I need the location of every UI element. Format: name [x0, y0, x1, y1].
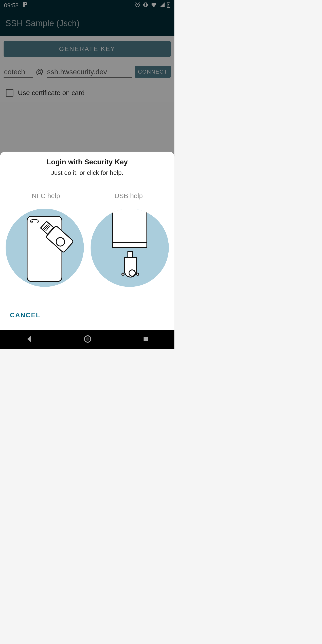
- system-nav-bar: [0, 330, 174, 349]
- nfc-help-link[interactable]: NFC help: [4, 192, 87, 200]
- phone-camera-icon: [30, 219, 39, 224]
- back-button[interactable]: [25, 335, 33, 344]
- svg-point-6: [86, 337, 90, 341]
- home-button[interactable]: [84, 335, 92, 344]
- usb-illustration[interactable]: [90, 209, 169, 287]
- phone-bottom-icon: [112, 209, 147, 248]
- security-key-dialog: Login with Security Key Just do it, or c…: [0, 152, 174, 330]
- dialog-title: Login with Security Key: [4, 158, 170, 166]
- recents-button[interactable]: [142, 336, 149, 343]
- cancel-button[interactable]: CANCEL: [4, 309, 46, 326]
- dialog-subtitle: Just do it, or click for help.: [4, 169, 170, 176]
- usb-help-link[interactable]: USB help: [87, 192, 170, 200]
- nfc-illustration[interactable]: [6, 209, 84, 287]
- svg-rect-7: [144, 337, 148, 341]
